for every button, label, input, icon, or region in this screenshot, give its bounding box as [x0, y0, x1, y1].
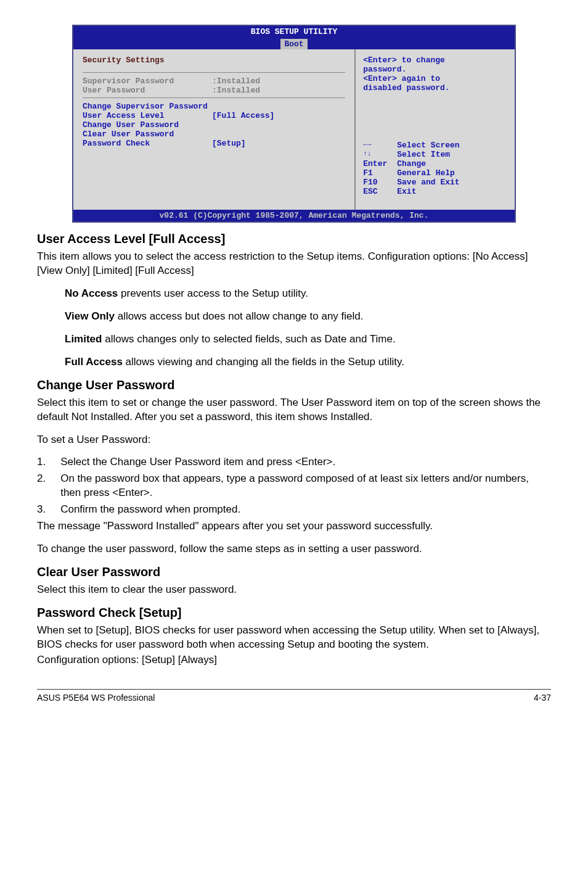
esc-label: Exit: [397, 187, 416, 196]
supervisor-label: Supervisor Password: [83, 76, 212, 86]
list-item: 2.On the password box that appears, type…: [37, 472, 551, 500]
para-ual: This item allows you to select the acces…: [37, 250, 551, 278]
bios-tab-row: Boot: [73, 38, 515, 49]
no-access-text: prevents user access to the Setup utilit…: [118, 287, 308, 299]
access-level-label: User Access Level: [83, 111, 212, 120]
para-full-access: Full Access allows viewing and changing …: [65, 355, 551, 369]
limited-text: allows changes only to selected fields, …: [102, 333, 395, 345]
footer-right: 4-37: [534, 693, 551, 703]
clear-user-row[interactable]: Clear User Password: [83, 130, 345, 139]
heading-cup: Change User Password: [37, 378, 551, 392]
select-screen-label: Select Screen: [397, 141, 459, 150]
access-level-row[interactable]: User Access Level [Full Access]: [83, 111, 345, 120]
help-line1: <Enter> to change: [363, 56, 507, 65]
f10-label: Save and Exit: [397, 178, 459, 187]
li1-text: Select the Change User Password item and…: [46, 455, 541, 469]
para-cup-msg: The message "Password Installed" appears…: [37, 519, 551, 534]
help-line4: disabled password.: [363, 83, 507, 93]
para-no-access: No Access prevents user access to the Se…: [65, 287, 551, 301]
change-user-row[interactable]: Change User Password: [83, 120, 345, 130]
user-pw-row: User Password :Installed: [83, 86, 345, 95]
full-access-text: allows viewing and changing all the fiel…: [123, 356, 404, 368]
footer-left: ASUS P5E64 WS Professional: [37, 693, 155, 703]
enter-key: Enter: [363, 159, 397, 168]
view-only-bold: View Only: [65, 310, 115, 322]
list-item: 3.Confirm the password when prompted.: [37, 503, 551, 517]
list-item: 1.Select the Change User Password item a…: [37, 455, 551, 469]
f1-label: General Help: [397, 168, 455, 178]
para-pcs-desc: When set to [Setup], BIOS checks for use…: [37, 624, 551, 652]
f1-key: F1: [363, 168, 397, 178]
change-supervisor-row[interactable]: Change Supervisor Password: [83, 102, 345, 111]
change-user-label: Change User Password: [83, 120, 179, 130]
tab-boot[interactable]: Boot: [280, 39, 307, 49]
para-view-only: View Only allows access but does not all…: [65, 310, 551, 324]
bios-footer: v02.61 (C)Copyright 1985-2007, American …: [73, 210, 515, 221]
li2-text: On the password box that appears, type a…: [46, 472, 541, 500]
heading-pcs: Password Check [Setup]: [37, 606, 551, 620]
help-text: <Enter> to change password. <Enter> agai…: [363, 56, 507, 93]
full-access-bold: Full Access: [65, 356, 123, 368]
pw-check-row[interactable]: Password Check [Setup]: [83, 139, 345, 148]
arrows-lr-icon: ←→: [363, 141, 397, 150]
help-keys: ←→ Select Screen ↑↓ Select Item Enter Ch…: [363, 141, 507, 204]
f10-key: F10: [363, 178, 397, 187]
para-pcs-opts: Configuration options: [Setup] [Always]: [37, 653, 551, 667]
pw-check-value: [Setup]: [212, 139, 246, 148]
bios-title: BIOS SETUP UTILITY: [73, 26, 515, 38]
select-item-label: Select Item: [397, 150, 450, 159]
user-pw-label: User Password: [83, 86, 212, 95]
help-line2: password.: [363, 65, 507, 74]
li3-text: Confirm the password when prompted.: [46, 503, 541, 517]
no-access-bold: No Access: [65, 287, 118, 299]
bios-window: BIOS SETUP UTILITY Boot Security Setting…: [72, 25, 516, 223]
para-cup-change: To change the user password, follow the …: [37, 542, 551, 556]
para-clp: Select this item to clear the user passw…: [37, 583, 551, 597]
para-cup-intro: Select this item to set or change the us…: [37, 396, 551, 424]
supervisor-value: :Installed: [212, 76, 260, 86]
change-supervisor-label: Change Supervisor Password: [83, 102, 208, 111]
view-only-text: allows access but does not allow change …: [115, 310, 364, 322]
page-footer: ASUS P5E64 WS Professional 4-37: [37, 689, 551, 703]
help-line3: <Enter> again to: [363, 74, 507, 83]
esc-key: ESC: [363, 187, 397, 196]
heading-clp: Clear User Password: [37, 565, 551, 579]
para-limited: Limited allows changes only to selected …: [65, 332, 551, 347]
limited-bold: Limited: [65, 333, 102, 345]
para-cup-toset: To set a User Password:: [37, 433, 551, 447]
clear-user-label: Clear User Password: [83, 130, 174, 139]
steps-list: 1.Select the Change User Password item a…: [37, 455, 551, 517]
bios-left-panel: Security Settings Supervisor Password :I…: [73, 49, 356, 210]
access-level-value: [Full Access]: [212, 111, 274, 120]
supervisor-row: Supervisor Password :Installed: [83, 76, 345, 86]
heading-ual: User Access Level [Full Access]: [37, 232, 551, 246]
arrows-ud-icon: ↑↓: [363, 150, 397, 159]
user-pw-value: :Installed: [212, 86, 260, 95]
enter-label: Change: [397, 159, 426, 168]
section-title: Security Settings: [83, 56, 345, 65]
bios-right-panel: <Enter> to change password. <Enter> agai…: [356, 49, 515, 210]
pw-check-label: Password Check: [83, 139, 212, 148]
